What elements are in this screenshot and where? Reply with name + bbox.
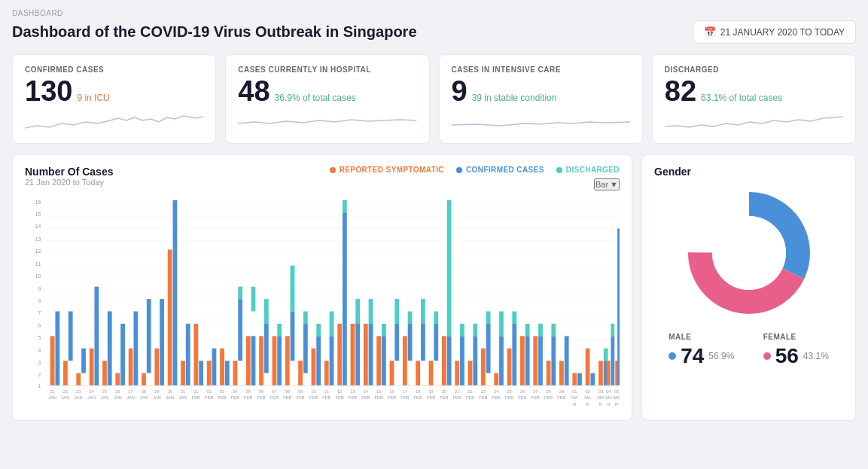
svg-text:22: 22 (468, 389, 472, 394)
svg-text:3: 3 (38, 360, 41, 365)
svg-text:FEB: FEB (557, 395, 565, 400)
svg-rect-37 (81, 349, 86, 373)
stat-card-hospital: CASES CURRENTLY IN HOSPITAL 48 36.9% of … (225, 54, 429, 144)
svg-text:28: 28 (142, 389, 146, 394)
gender-label-male: MALE (669, 333, 734, 341)
svg-text:FEB: FEB (322, 395, 330, 400)
svg-rect-139 (586, 349, 590, 385)
svg-text:JAN: JAN (101, 395, 109, 400)
gender-dot-male (669, 352, 676, 360)
svg-text:FEB: FEB (192, 395, 200, 400)
svg-rect-91 (369, 324, 373, 385)
svg-text:FEB: FEB (544, 395, 553, 400)
svg-rect-45 (134, 312, 139, 385)
svg-rect-88 (355, 324, 360, 385)
svg-text:FEB: FEB (361, 395, 370, 400)
svg-text:14: 14 (364, 389, 369, 394)
svg-rect-60 (233, 361, 238, 385)
svg-text:09: 09 (298, 389, 303, 394)
svg-rect-121 (499, 336, 504, 385)
svg-text:18: 18 (416, 389, 420, 394)
stat-card-icu: CASES IN INTENSIVE CARE 9 39 in stable c… (439, 54, 643, 144)
svg-rect-89 (355, 299, 360, 324)
svg-text:MA: MA (598, 395, 605, 400)
stat-sub-hospital: 36.9% of total cases (275, 93, 356, 103)
svg-text:MA: MA (614, 395, 620, 400)
svg-text:FEB: FEB (270, 395, 279, 400)
svg-rect-146 (611, 324, 614, 336)
svg-text:FEB: FEB (218, 395, 226, 400)
svg-text:05: 05 (246, 389, 251, 394)
svg-text:01: 01 (193, 389, 198, 394)
legend-label-confirmed: CONFIRMED CASES (466, 166, 544, 174)
legend-item-confirmed[interactable]: CONFIRMED CASES (456, 166, 544, 174)
svg-rect-54 (193, 324, 198, 385)
svg-rect-66 (259, 336, 263, 385)
svg-text:R: R (573, 402, 576, 407)
svg-rect-132 (547, 361, 551, 385)
svg-text:FEB: FEB (427, 395, 435, 400)
svg-rect-131 (538, 324, 543, 336)
svg-text:FEB: FEB (414, 395, 422, 400)
svg-text:R: R (586, 402, 589, 407)
legend-dot-symptomatic (330, 167, 336, 173)
svg-text:FEB: FEB (309, 395, 318, 400)
svg-rect-104 (421, 299, 425, 324)
calendar-icon: 📅 (704, 26, 716, 38)
svg-rect-98 (394, 299, 399, 324)
bar-type-button[interactable]: Bar ▼ (594, 178, 620, 190)
bar-chart-card: Number Of Cases 21 Jan 2020 to Today REP… (12, 154, 632, 421)
svg-rect-53 (186, 324, 190, 385)
svg-rect-33 (55, 312, 59, 385)
svg-text:06: 06 (259, 389, 263, 394)
gender-label-female: FEMALE (763, 333, 829, 341)
gender-main-male: 74 56.9% (669, 344, 734, 368)
bar-chart-subtitle: 21 Jan 2020 to Today (25, 178, 113, 187)
svg-rect-125 (512, 312, 516, 324)
svg-text:11: 11 (324, 389, 329, 394)
page-title: Dashboard of the COVID-19 Virus Outbreak… (12, 23, 417, 41)
legend-item-discharged[interactable]: DISCHARGED (556, 166, 620, 174)
svg-text:FEB: FEB (283, 395, 291, 400)
gender-number-female: 56 (775, 344, 799, 368)
svg-text:8: 8 (38, 298, 41, 303)
bar-type-label: Bar (595, 180, 608, 189)
svg-text:17: 17 (403, 389, 407, 394)
bar-chart-area: 1 2 3 4 5 6 7 8 9 10 11 12 13 14 15 16 (25, 196, 620, 410)
svg-rect-44 (129, 349, 133, 385)
svg-rect-70 (277, 336, 282, 385)
svg-text:MA: MA (605, 395, 612, 400)
stat-label-discharged: DISCHARGED (665, 65, 843, 74)
chart-legend: REPORTED SYMPTOMATIC CONFIRMED CASES DIS… (330, 166, 620, 174)
svg-rect-119 (486, 312, 491, 324)
date-range-button[interactable]: 📅 21 JANUARY 2020 TO TODAY (693, 20, 856, 44)
svg-text:FEB: FEB (440, 395, 448, 400)
svg-rect-49 (160, 299, 164, 385)
breadcrumb: DASHBOARD (12, 9, 856, 17)
svg-text:12: 12 (337, 389, 342, 394)
svg-text:07: 07 (272, 389, 276, 394)
chevron-down-icon: ▼ (610, 180, 618, 189)
svg-rect-143 (604, 349, 608, 361)
svg-text:JAN: JAN (62, 395, 70, 400)
legend-label-symptomatic: REPORTED SYMPTOMATIC (340, 166, 444, 174)
svg-text:16: 16 (35, 199, 41, 205)
svg-text:23: 23 (76, 389, 81, 394)
svg-rect-52 (181, 361, 185, 385)
svg-text:28: 28 (546, 389, 550, 394)
svg-rect-78 (312, 349, 316, 385)
svg-rect-51 (173, 200, 178, 385)
svg-text:04: 04 (233, 389, 238, 394)
svg-text:JAN: JAN (179, 395, 187, 400)
svg-text:FEB: FEB (296, 395, 304, 400)
svg-rect-126 (520, 336, 525, 385)
svg-text:03: 03 (220, 389, 224, 394)
svg-rect-95 (382, 324, 386, 336)
svg-rect-64 (251, 336, 256, 385)
svg-text:1: 1 (38, 383, 41, 388)
legend-item-symptomatic[interactable]: REPORTED SYMPTOMATIC (330, 166, 444, 174)
donut-chart-svg (681, 185, 817, 321)
svg-rect-77 (303, 312, 308, 324)
svg-text:JAN: JAN (48, 395, 56, 400)
svg-text:10: 10 (311, 389, 315, 394)
